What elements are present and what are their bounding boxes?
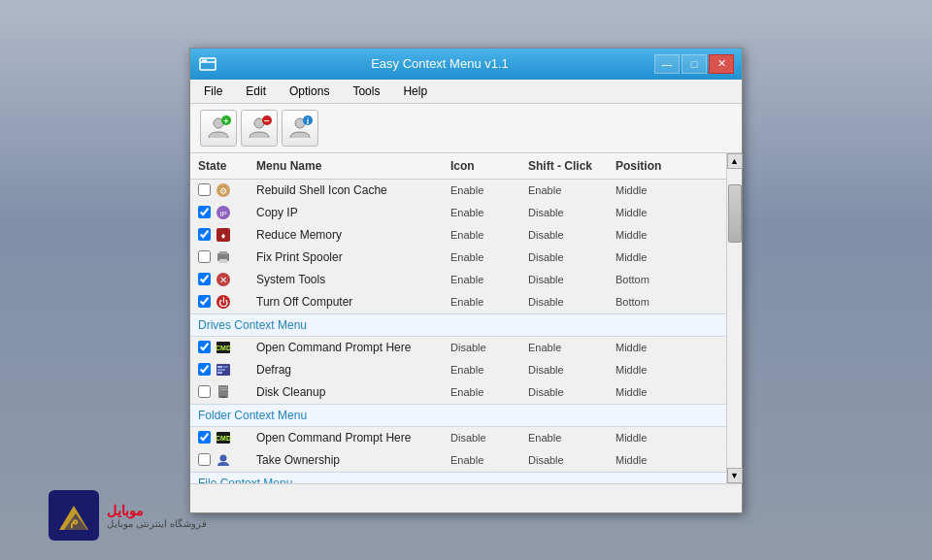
svg-rect-31 (217, 372, 222, 374)
remove-button[interactable]: − (241, 110, 278, 147)
menu-item-tools[interactable]: Tools (347, 82, 385, 100)
status-bar (190, 483, 742, 512)
checkbox-drives-cmd[interactable] (198, 341, 211, 353)
row-pos-val: Middle (616, 184, 693, 196)
row-state: ♦ (198, 226, 256, 244)
checkbox-take-ownership-folder[interactable] (198, 453, 211, 466)
row-shift-val: Enable (528, 342, 616, 353)
row-icon: ⚙ (215, 181, 232, 199)
scrollbar-thumb[interactable] (728, 184, 742, 243)
row-icon (215, 361, 232, 379)
row-pos-val: Middle (616, 229, 693, 241)
svg-text:م: م (70, 512, 79, 529)
table-row: ♦ Reduce Memory Enable Disable Middle (190, 224, 726, 247)
svg-rect-19 (219, 251, 227, 254)
row-state (198, 451, 256, 469)
svg-text:♦: ♦ (221, 231, 226, 241)
row-pos-val: Middle (616, 342, 693, 353)
row-icon-val: Enable (450, 364, 528, 376)
row-name-defrag: Defrag (256, 363, 450, 377)
row-name-disk-cleanup: Disk Cleanup (256, 385, 450, 399)
add-button[interactable]: + (200, 110, 237, 147)
row-state (198, 248, 256, 266)
row-name-turn-off: Turn Off Computer (256, 295, 450, 309)
svg-text:+: + (223, 116, 228, 126)
minimize-button[interactable]: — (654, 54, 680, 74)
svg-rect-2 (202, 59, 207, 61)
checkbox-disk-cleanup[interactable] (198, 385, 211, 398)
row-pos-val: Middle (616, 454, 693, 466)
svg-text:−: − (264, 115, 270, 126)
table-row: Fix Print Spooler Enable Disable Middle (190, 247, 726, 269)
row-icon: CMD (215, 429, 232, 446)
row-name-take-ownership-folder: Take Ownership (256, 453, 450, 467)
row-state: CMD (198, 339, 256, 356)
svg-rect-29 (223, 366, 228, 368)
window-title: Easy Context Menu v1.1 (225, 56, 654, 71)
svg-rect-34 (219, 387, 227, 388)
row-shift-val: Disable (528, 454, 616, 466)
row-state: ✕ (198, 271, 256, 288)
row-icon-val: Enable (450, 386, 528, 398)
row-state: ⏻ (198, 293, 256, 311)
menu-item-edit[interactable]: Edit (240, 82, 272, 100)
row-icon-val: Enable (450, 207, 528, 218)
svg-text:✕: ✕ (219, 275, 227, 285)
row-icon-val: Enable (450, 251, 528, 263)
checkbox-defrag[interactable] (198, 363, 211, 376)
main-window: Easy Context Menu v1.1 — □ ✕ FileEditOpt… (189, 48, 743, 513)
brand-name: موبایل (107, 503, 207, 518)
checkbox-turn-off[interactable] (198, 295, 211, 308)
row-state: IP (198, 204, 256, 221)
svg-text:CMD: CMD (216, 345, 231, 351)
row-icon-val: Disable (450, 432, 528, 444)
info-button[interactable]: i (282, 110, 318, 147)
checkbox-rebuild-shell[interactable] (198, 183, 211, 196)
scroll-area[interactable]: State Menu Name Icon Shift - Click Posit… (190, 153, 726, 483)
checkbox-reduce-memory[interactable] (198, 228, 211, 241)
row-icon: ♦ (215, 226, 232, 244)
col-icon: Icon (450, 157, 528, 175)
title-bar: Easy Context Menu v1.1 — □ ✕ (190, 49, 742, 80)
row-icon: ✕ (215, 271, 232, 288)
app-icon (198, 54, 217, 74)
row-icon: ⏻ (215, 293, 232, 311)
checkbox-folder-cmd[interactable] (198, 431, 211, 444)
menu-item-options[interactable]: Options (283, 82, 335, 100)
row-pos-val: Middle (616, 364, 693, 376)
menu-item-help[interactable]: Help (397, 82, 433, 100)
row-shift-val: Disable (528, 251, 616, 263)
row-name-reduce-memory: Reduce Memory (256, 228, 450, 242)
scroll-down-arrow[interactable]: ▼ (727, 468, 743, 483)
menu-item-file[interactable]: File (198, 82, 228, 100)
table-row: ✕ System Tools Enable Disable Bottom (190, 269, 726, 291)
svg-rect-28 (217, 366, 222, 368)
col-name: Menu Name (256, 157, 450, 175)
row-icon (215, 383, 232, 401)
brand-subtitle: فروشگاه اینترنتی موبایل (107, 518, 207, 529)
svg-text:⚙: ⚙ (219, 186, 227, 196)
scroll-up-arrow[interactable]: ▲ (727, 153, 743, 169)
row-icon-val: Enable (450, 296, 528, 308)
table-row: CMD Open Command Prompt Here Disable Ena… (190, 337, 726, 359)
svg-text:CMD: CMD (216, 435, 231, 442)
row-name-rebuild-shell: Rebuild Shell Icon Cache (256, 183, 450, 197)
close-button[interactable]: ✕ (709, 54, 734, 74)
table-row: CMD Open Command Prompt Here Disable Ena… (190, 427, 726, 449)
table-row: Take Ownership Enable Disable Middle (190, 449, 726, 472)
col-state: State (198, 157, 256, 175)
checkbox-copy-ip[interactable] (198, 206, 211, 218)
checkbox-system-tools[interactable] (198, 273, 211, 285)
svg-point-38 (220, 454, 227, 461)
row-icon: CMD (215, 339, 232, 356)
row-name-folder-cmd: Open Command Prompt Here (256, 431, 450, 445)
maximize-button[interactable]: □ (682, 54, 707, 74)
table-row: ⏻ Turn Off Computer Enable Disable Botto… (190, 291, 726, 313)
row-name-system-tools: System Tools (256, 273, 450, 286)
scrollbar[interactable]: ▲ ▼ (726, 153, 742, 483)
checkbox-fix-print[interactable] (198, 250, 211, 263)
row-shift-val: Disable (528, 274, 616, 285)
col-position: Position (616, 157, 693, 175)
folder-section-header: Folder Context Menu (190, 404, 726, 427)
svg-text:i: i (307, 116, 310, 126)
